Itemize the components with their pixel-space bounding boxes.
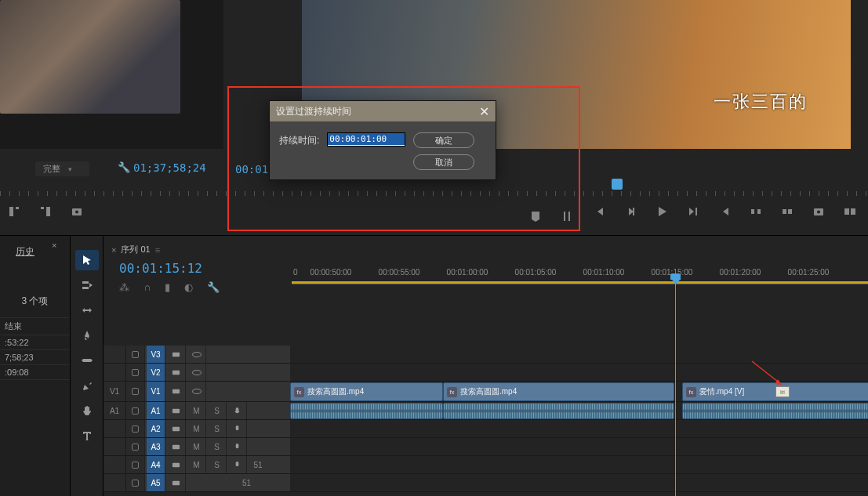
mark-out-icon[interactable] <box>39 205 52 218</box>
video-clip[interactable]: fx搜索高圆圆.mp4 <box>443 382 674 401</box>
lock-toggle[interactable] <box>126 364 145 381</box>
step-forward-icon[interactable] <box>687 205 699 218</box>
track-a4-clips[interactable] <box>290 456 868 473</box>
program-playhead-marker[interactable] <box>612 179 623 190</box>
sync-lock[interactable] <box>167 456 186 473</box>
history-row[interactable]: :53:22 <box>0 335 70 350</box>
video-clip[interactable]: fx搜索高圆圆.mp4 <box>290 382 443 401</box>
lock-toggle[interactable] <box>126 420 145 437</box>
history-row[interactable]: 7;58;23 <box>0 350 70 365</box>
transition-thumbnail[interactable]: Iri <box>775 386 790 397</box>
cancel-button[interactable]: 取消 <box>413 154 474 170</box>
wrench-icon[interactable]: 🔧 <box>118 161 130 173</box>
ok-button[interactable]: 确定 <box>413 132 474 148</box>
sync-lock[interactable] <box>167 402 186 419</box>
pen-tool[interactable] <box>75 375 99 396</box>
ripple-edit-tool[interactable] <box>75 300 99 320</box>
hand-tool[interactable] <box>75 400 99 421</box>
timeline-playhead-time[interactable]: 00:01:15:12 <box>119 261 202 276</box>
src-patch-v1[interactable]: V1 <box>104 382 125 401</box>
settings-icon[interactable]: ◐ <box>184 281 193 293</box>
src-patch[interactable] <box>104 438 125 455</box>
history-row[interactable]: :09:08 <box>0 365 70 380</box>
sync-lock[interactable] <box>167 420 186 437</box>
snap-icon[interactable]: ⁂ <box>119 281 129 293</box>
step-back-icon[interactable] <box>624 205 637 218</box>
track-a1-clips[interactable] <box>290 402 868 419</box>
src-patch[interactable] <box>104 474 125 491</box>
lock-toggle[interactable] <box>126 474 145 491</box>
marker-icon[interactable]: ▮ <box>165 281 170 293</box>
track-output[interactable] <box>187 382 206 401</box>
solo-toggle[interactable]: S <box>208 402 227 419</box>
export-frame-icon[interactable] <box>71 205 83 218</box>
solo-toggle[interactable]: S <box>208 438 227 455</box>
history-tab[interactable]: 历史 <box>0 242 70 262</box>
audio-clip[interactable] <box>443 403 674 419</box>
sync-lock[interactable] <box>167 346 186 363</box>
audio-clip[interactable] <box>682 403 868 419</box>
selection-tool[interactable] <box>75 250 99 270</box>
timeline-ruler[interactable]: 0 00:00:50:00 00:00:55:00 00:01:00:00 00… <box>292 267 868 284</box>
add-marker-icon[interactable] <box>529 210 542 223</box>
lock-toggle[interactable] <box>126 402 145 419</box>
src-patch[interactable] <box>104 364 125 381</box>
track-select-tool[interactable] <box>75 275 99 295</box>
solo-toggle[interactable]: S <box>208 456 227 473</box>
src-patch[interactable] <box>104 420 125 437</box>
lock-toggle[interactable] <box>126 382 145 401</box>
tab-close-icon[interactable]: × <box>111 245 116 255</box>
go-to-in-icon[interactable] <box>593 205 605 218</box>
mute-toggle[interactable]: M <box>187 420 206 437</box>
sync-lock[interactable] <box>167 364 186 381</box>
src-patch[interactable] <box>104 456 125 473</box>
lock-toggle[interactable] <box>126 438 145 455</box>
track-output[interactable] <box>187 364 206 381</box>
lock-toggle[interactable] <box>126 456 145 473</box>
comparison-icon[interactable] <box>844 205 856 218</box>
track-output[interactable] <box>187 346 206 363</box>
duration-input[interactable]: 00:00:01:00 <box>327 132 405 147</box>
mute-toggle[interactable]: M <box>187 456 206 473</box>
track-target-a4[interactable]: A4 <box>147 456 165 473</box>
source-timecode[interactable]: 01;37;58;24 <box>133 161 206 174</box>
in-out-icon[interactable] <box>561 210 573 223</box>
col-header-end[interactable]: 结束 <box>0 317 70 335</box>
src-patch[interactable] <box>104 346 125 363</box>
monitor-time-ruler[interactable] <box>0 182 868 196</box>
close-icon[interactable]: ✕ <box>479 104 489 119</box>
tab-menu-icon[interactable]: ≡ <box>155 245 160 255</box>
wrench-icon[interactable]: 🔧 <box>207 281 220 293</box>
track-target-v2[interactable]: V2 <box>147 364 165 381</box>
voice-over[interactable] <box>228 402 247 419</box>
linked-selection-icon[interactable]: ∩ <box>143 281 151 293</box>
lift-icon[interactable] <box>750 205 762 218</box>
track-target-v3[interactable]: V3 <box>147 346 165 363</box>
solo-toggle[interactable]: S <box>208 420 227 437</box>
sync-lock[interactable] <box>167 474 186 491</box>
track-a5-clips[interactable] <box>290 474 868 491</box>
play-icon[interactable] <box>656 205 668 218</box>
razor-tool[interactable] <box>75 325 99 346</box>
track-target-a2[interactable]: A2 <box>147 420 165 437</box>
go-to-out-icon[interactable] <box>718 205 731 218</box>
track-target-a1[interactable]: A1 <box>147 402 165 419</box>
sync-lock[interactable] <box>167 382 186 401</box>
voice-over[interactable] <box>228 438 247 455</box>
export-frame-icon-2[interactable] <box>812 205 825 218</box>
src-patch-a1[interactable]: A1 <box>104 402 125 419</box>
type-tool[interactable] <box>75 425 99 446</box>
sync-lock[interactable] <box>167 438 186 455</box>
voice-over[interactable] <box>228 456 247 473</box>
voice-over[interactable] <box>228 420 247 437</box>
sequence-tab[interactable]: × 序列 01 ≡ <box>111 244 160 255</box>
track-target-a5[interactable]: A5 <box>147 474 165 491</box>
track-a2-clips[interactable] <box>290 420 868 437</box>
mute-toggle[interactable]: M <box>187 438 206 455</box>
lock-toggle[interactable] <box>126 346 145 363</box>
timeline-playhead[interactable] <box>675 280 676 496</box>
slip-tool[interactable] <box>75 350 99 371</box>
track-target-v1[interactable]: V1 <box>147 382 165 401</box>
panel-close-icon[interactable]: × <box>52 241 56 250</box>
mute-toggle[interactable]: M <box>187 402 206 419</box>
